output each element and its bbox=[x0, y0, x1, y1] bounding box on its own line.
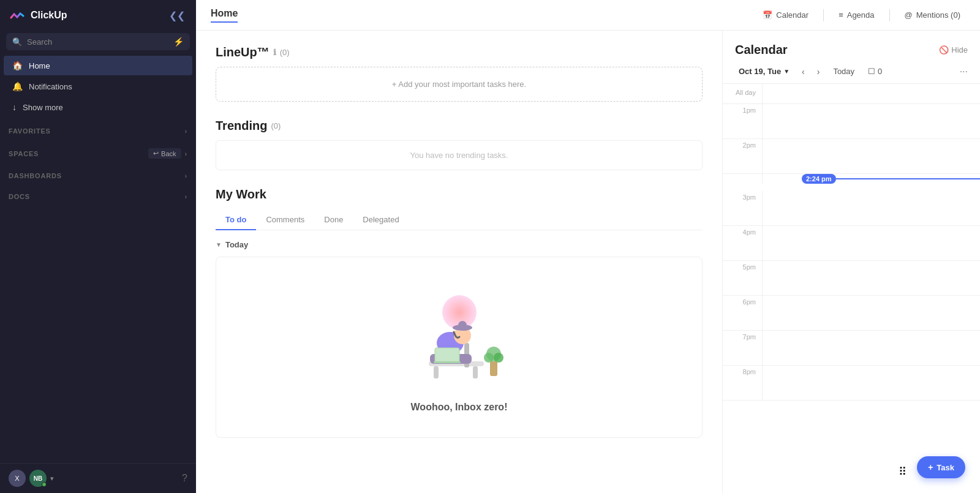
user-area[interactable]: X NB ▾ bbox=[9, 470, 54, 487]
user-nb-avatar: NB bbox=[29, 470, 47, 487]
sidebar-collapse-button[interactable]: ❮❮ bbox=[167, 7, 187, 24]
user-x-avatar: X bbox=[9, 470, 26, 487]
current-time-badge: 2:24 pm bbox=[802, 174, 836, 184]
time-row-4pm: 4pm bbox=[723, 226, 980, 261]
time-slot-2pm bbox=[762, 139, 980, 173]
main-area: Home 📅 Calendar ≡ Agenda @ Mentions (0) bbox=[196, 0, 980, 493]
lineup-title-row: LineUp™ ℹ (0) bbox=[216, 45, 703, 59]
dashboards-label: DASHBOARDS bbox=[9, 172, 62, 179]
svg-rect-2 bbox=[434, 366, 439, 378]
spaces-back-button[interactable]: ↩ Back bbox=[148, 148, 181, 159]
docs-chevron-icon: › bbox=[185, 194, 187, 200]
mentions-icon: @ bbox=[905, 10, 913, 20]
calendar-today-label: Today bbox=[833, 67, 854, 76]
logo[interactable]: ClickUp bbox=[9, 7, 67, 24]
time-row-2pm: 2pm bbox=[723, 139, 980, 174]
trending-section: Trending (0) You have no trending tasks. bbox=[216, 119, 703, 170]
docs-section[interactable]: DOCS › bbox=[0, 187, 196, 204]
agenda-icon: ≡ bbox=[839, 10, 843, 20]
lineup-badge: (0) bbox=[280, 48, 290, 57]
sidebar: ClickUp ❮❮ 🔍 Search ⚡ 🏠 Home 🔔 Notificat… bbox=[0, 0, 196, 493]
favorites-chevron-icon: › bbox=[185, 128, 187, 135]
lightning-button[interactable]: ⚡ bbox=[173, 37, 184, 47]
calendar-title: Calendar bbox=[735, 43, 788, 57]
help-button[interactable]: ? bbox=[182, 473, 187, 484]
calendar-date-button[interactable]: Oct 19, Tue ▼ bbox=[735, 64, 793, 78]
tab-delegated[interactable]: Delegated bbox=[353, 210, 409, 230]
time-slot-5pm bbox=[762, 261, 980, 295]
online-indicator bbox=[42, 482, 47, 487]
sidebar-bottom: X NB ▾ ? bbox=[0, 463, 196, 493]
sidebar-item-notifications[interactable]: 🔔 Notifications bbox=[4, 77, 192, 96]
spaces-section[interactable]: SPACES ↩ Back › bbox=[0, 142, 196, 162]
lineup-add-area[interactable]: + Add your most important tasks here. bbox=[216, 67, 703, 102]
user-dropdown-icon: ▾ bbox=[50, 475, 54, 483]
calendar-tasks-button[interactable]: ☐ 0 bbox=[864, 64, 886, 78]
current-time-line bbox=[836, 178, 980, 179]
bell-icon: 🔔 bbox=[12, 81, 23, 91]
agenda-button[interactable]: ≡ Agenda bbox=[834, 8, 879, 22]
svg-point-15 bbox=[494, 353, 503, 363]
home-icon: 🏠 bbox=[12, 61, 23, 70]
back-icon: ↩ bbox=[153, 149, 159, 157]
top-bar: Home 📅 Calendar ≡ Agenda @ Mentions (0) bbox=[196, 0, 980, 31]
tab-comments-label: Comments bbox=[266, 215, 304, 224]
svg-point-14 bbox=[484, 353, 494, 363]
calendar-header: Calendar 🚫 Hide bbox=[723, 43, 980, 64]
svg-rect-8 bbox=[434, 361, 461, 363]
current-time-row: 2:24 pm bbox=[723, 174, 980, 191]
time-label-7pm: 7pm bbox=[723, 331, 762, 341]
user-x-initial: X bbox=[15, 475, 19, 482]
apps-grid-icon: ⠿ bbox=[899, 465, 907, 478]
sidebar-item-home[interactable]: 🏠 Home bbox=[4, 56, 192, 75]
svg-rect-11 bbox=[458, 321, 467, 329]
center-panel: LineUp™ ℹ (0) + Add your most important … bbox=[196, 31, 723, 493]
lineup-section: LineUp™ ℹ (0) + Add your most important … bbox=[216, 45, 703, 102]
arrow-down-icon: ↓ bbox=[12, 102, 17, 112]
page-title: Home bbox=[211, 8, 238, 18]
top-bar-actions: 📅 Calendar ≡ Agenda @ Mentions (0) bbox=[758, 8, 965, 22]
trending-empty: You have no trending tasks. bbox=[216, 140, 703, 170]
today-chevron-icon: ▼ bbox=[216, 241, 222, 248]
today-label: Today bbox=[225, 240, 248, 249]
time-label-8pm: 8pm bbox=[723, 366, 762, 375]
trending-title-row: Trending (0) bbox=[216, 119, 703, 133]
tab-done-label: Done bbox=[324, 215, 343, 224]
time-label-4pm: 4pm bbox=[723, 226, 762, 236]
time-row-7pm: 7pm bbox=[723, 331, 980, 366]
today-section[interactable]: ▼ Today bbox=[216, 240, 703, 249]
favorites-section[interactable]: FAVORITES › bbox=[0, 121, 196, 138]
calendar-prev-button[interactable]: ‹ bbox=[798, 66, 809, 78]
calendar-hide-button[interactable]: 🚫 Hide bbox=[939, 45, 968, 55]
time-label-3pm: 3pm bbox=[723, 191, 762, 201]
dashboards-section[interactable]: DASHBOARDS › bbox=[0, 166, 196, 183]
favorites-label: FAVORITES bbox=[9, 127, 51, 135]
mentions-button[interactable]: @ Mentions (0) bbox=[900, 8, 965, 22]
add-task-icon: + bbox=[928, 462, 933, 472]
calendar-button[interactable]: 📅 Calendar bbox=[758, 8, 813, 22]
sidebar-item-notifications-label: Notifications bbox=[29, 82, 72, 91]
search-bar[interactable]: 🔍 Search ⚡ bbox=[6, 33, 190, 50]
agenda-btn-label: Agenda bbox=[847, 10, 875, 20]
tab-todo-label: To do bbox=[225, 215, 246, 224]
calendar-more-button[interactable]: ··· bbox=[960, 66, 968, 77]
calendar-today-button[interactable]: Today bbox=[828, 64, 859, 78]
sidebar-header: ClickUp ❮❮ bbox=[0, 0, 196, 31]
sidebar-item-home-label: Home bbox=[29, 61, 50, 70]
spaces-label: SPACES bbox=[9, 150, 39, 157]
tab-todo[interactable]: To do bbox=[216, 210, 256, 230]
apps-icon-button[interactable]: ⠿ bbox=[899, 464, 907, 478]
time-label-5pm: 5pm bbox=[723, 261, 762, 271]
svg-rect-12 bbox=[490, 361, 497, 376]
time-label-current bbox=[723, 174, 762, 176]
tab-comments[interactable]: Comments bbox=[256, 210, 314, 230]
sidebar-item-show-more[interactable]: ↓ Show more bbox=[4, 97, 192, 117]
svg-rect-7 bbox=[435, 348, 459, 363]
trending-title-text: Trending bbox=[216, 119, 267, 133]
time-label-6pm: 6pm bbox=[723, 296, 762, 306]
time-slot-6pm bbox=[762, 296, 980, 330]
add-task-fab[interactable]: + Task bbox=[917, 456, 965, 478]
calendar-next-button[interactable]: › bbox=[813, 66, 824, 78]
tab-done[interactable]: Done bbox=[314, 210, 353, 230]
lineup-add-text: + Add your most important tasks here. bbox=[392, 80, 526, 89]
